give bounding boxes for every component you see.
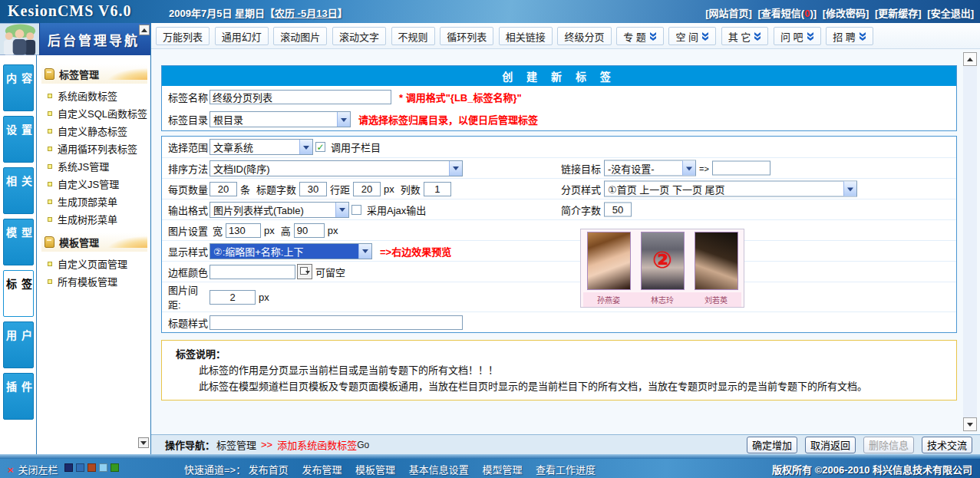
title-chars-input[interactable] <box>299 182 327 196</box>
menu-section-template-manage[interactable]: 模板管理 <box>41 232 147 252</box>
sidebar-tab-plugins[interactable]: 插件 <box>3 373 34 420</box>
menu-item-system-function-tags[interactable]: 系统函数标签 <box>37 87 150 104</box>
tab-related-links[interactable]: 相关链接 <box>499 27 553 45</box>
tab-universal-list[interactable]: 万能列表 <box>156 27 210 45</box>
change-password-link[interactable]: [修改密码] <box>823 8 869 19</box>
image-width-input[interactable] <box>226 223 261 238</box>
sidebar-tab-content[interactable]: 内容 <box>3 64 34 111</box>
select-value: 文档ID(降序) <box>210 161 449 176</box>
menu-section-tag-manage[interactable]: 标签管理 <box>41 64 147 84</box>
tab-irregular[interactable]: 不规则 <box>391 27 435 45</box>
quick-link-template-manage[interactable]: 模板管理 <box>355 464 395 476</box>
nav-current-link[interactable]: 添加系统函数标签 <box>277 437 357 452</box>
menu-item-custom-static-tags[interactable]: 自定义静态标签 <box>37 122 150 140</box>
link-target-arrow: => <box>699 163 709 173</box>
page-style-select[interactable]: ①首页 上一页 下一页 尾页 <box>604 181 857 197</box>
site-home-link[interactable]: [网站首页] <box>705 8 752 19</box>
tab-loop-list[interactable]: 循环列表 <box>440 27 493 45</box>
theme-color-squares <box>64 463 119 472</box>
sidebar-tab-model[interactable]: 模型 <box>3 219 34 265</box>
menu-item-label: 自定义SQL函数标签 <box>58 106 147 120</box>
quick-link-model-manage[interactable]: 模型管理 <box>482 464 522 476</box>
confirm-add-button[interactable]: 确定增加 <box>747 437 797 453</box>
scrollbar-up-button[interactable] <box>963 52 977 66</box>
sidebar: 后台管理导航 内容 设置 相关 模型 标签 用户 插件 标签管理 <box>0 23 151 454</box>
theme-square[interactable] <box>99 463 107 472</box>
quick-link-basic-info[interactable]: 基本信息设置 <box>409 464 469 476</box>
display-style-select[interactable]: ②:缩略图+名称:上下 <box>210 243 372 259</box>
color-picker-button[interactable] <box>297 264 312 279</box>
theme-square[interactable] <box>64 463 73 472</box>
tab-common-slideshow[interactable]: 通用幻灯 <box>215 27 269 45</box>
lunar-date-link[interactable]: 农历 -5月13日 <box>275 8 338 19</box>
double-chevron-down-icon <box>701 32 709 41</box>
sidebar-scroll-up-button[interactable] <box>139 25 150 35</box>
cancel-return-button[interactable]: 取消返回 <box>805 437 856 453</box>
refresh-cache-link[interactable]: [更新缓存] <box>875 8 922 19</box>
double-chevron-down-icon <box>754 32 761 41</box>
sidebar-tab-related[interactable]: 相关 <box>3 167 34 214</box>
tab-space[interactable]: 空 间 <box>668 27 716 45</box>
tab-scroll-text[interactable]: 滚动文字 <box>332 27 386 45</box>
select-value: -没有设置- <box>605 161 682 176</box>
sub-column-checkbox[interactable] <box>315 142 325 152</box>
nav-section-link[interactable]: 标签管理 <box>216 437 256 452</box>
theme-square[interactable] <box>87 463 96 472</box>
theme-square[interactable] <box>76 463 84 472</box>
link-target-select[interactable]: -没有设置- <box>604 160 696 176</box>
display-style-label: 显示样式 <box>168 244 210 259</box>
tab-scroll-images[interactable]: 滚动图片 <box>273 27 327 45</box>
bullet-icon <box>48 129 52 134</box>
menu-item-custom-js[interactable]: 自定义JS管理 <box>37 175 150 193</box>
quick-link-publish-manage[interactable]: 发布管理 <box>302 464 342 476</box>
tab-recruit[interactable]: 招 聘 <box>826 27 873 45</box>
sidebar-tab-users[interactable]: 用户 <box>3 321 34 368</box>
quick-link-work-progress[interactable]: 查看工作进度 <box>536 464 596 476</box>
logout-link[interactable]: [安全退出] <box>927 8 974 19</box>
app-logo: KesionCMS V6.0 <box>8 2 131 20</box>
tech-exchange-button[interactable]: 技术交流 <box>922 437 972 453</box>
menu-item-system-js[interactable]: 系统JS管理 <box>37 157 150 175</box>
quick-link-publish-home[interactable]: 发布首页 <box>249 464 289 476</box>
sort-select[interactable]: 文档ID(降序) <box>210 160 463 176</box>
tag-note-panel: 标签说明： 此标签的作用是分页显示当前栏目或是当前专题下的所有文档！！！ 此标签… <box>161 340 957 401</box>
image-gap-input[interactable] <box>210 290 256 305</box>
menu-item-all-template-manage[interactable]: 所有模板管理 <box>37 272 150 290</box>
menu-item-custom-sql-tags[interactable]: 自定义SQL函数标签 <box>37 104 150 122</box>
ajax-output-checkbox[interactable] <box>351 205 361 215</box>
tab-final-paging[interactable]: 终级分页 <box>557 27 611 45</box>
close-left-panel-button[interactable]: ×关闭左栏 <box>8 462 58 476</box>
select-value: 根目录 <box>210 112 337 127</box>
border-color-input[interactable] <box>210 265 295 279</box>
content-scrollbar[interactable] <box>963 52 977 431</box>
tab-others[interactable]: 其 它 <box>721 27 769 45</box>
menu-item-loop-list-tags[interactable]: 通用循环列表标签 <box>37 140 150 157</box>
sidebar-tab-label: 用户 <box>3 322 34 368</box>
per-page-input[interactable] <box>210 182 237 196</box>
title-style-label: 标题样式 <box>168 315 210 330</box>
image-height-input[interactable] <box>294 223 325 238</box>
theme-square[interactable] <box>111 463 119 472</box>
menu-item-custom-page-manage[interactable]: 自定义页面管理 <box>37 255 150 272</box>
tab-special-topic[interactable]: 专 题 <box>616 27 664 45</box>
link-target-group: 链接目标 -没有设置- => <box>561 160 770 176</box>
sidebar-tab-settings[interactable]: 设置 <box>3 116 34 163</box>
tag-name-input[interactable] <box>210 90 391 104</box>
scope-select[interactable]: 文章系统 <box>210 139 313 155</box>
output-format-select[interactable]: 图片列表样式(Table) <box>210 202 349 218</box>
menu-item-tree-menu[interactable]: 生成树形菜单 <box>37 210 150 228</box>
link-target-input[interactable] <box>712 161 770 176</box>
title-style-input[interactable] <box>210 315 463 330</box>
menu-item-top-menu[interactable]: 生成顶部菜单 <box>37 193 150 210</box>
view-messages-link[interactable]: [查看短信(0)] <box>758 8 817 19</box>
scroll-up-icon <box>967 54 973 61</box>
tab-qa[interactable]: 问 吧 <box>774 27 821 45</box>
sidebar-tab-tags-active[interactable]: 标签 <box>3 270 34 317</box>
intro-chars-input[interactable] <box>604 203 632 217</box>
tag-dir-select[interactable]: 根目录 <box>210 111 351 127</box>
scrollbar-down-button[interactable] <box>963 417 977 431</box>
select-value: 图片列表样式(Table) <box>210 203 335 217</box>
line-height-input[interactable] <box>353 182 381 196</box>
sidebar-scroll-down-button[interactable] <box>138 437 149 448</box>
cols-input[interactable] <box>424 182 451 196</box>
